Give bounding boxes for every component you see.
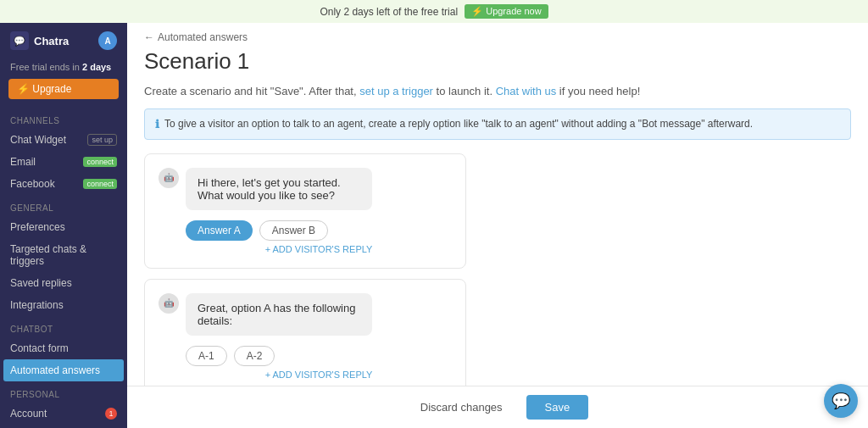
sidebar-item-saved-replies[interactable]: Saved replies: [0, 272, 127, 294]
logo: 💬 Chatra: [10, 31, 69, 50]
sidebar-item-preferences[interactable]: Preferences: [0, 216, 127, 238]
desc-text: Create a scenario and hit "Save". After …: [144, 85, 359, 97]
section-channels: CHANNELS: [0, 108, 127, 129]
sidebar-item-contact-form[interactable]: Contact form: [0, 337, 127, 359]
scenario-canvas: 🤖 Hi there, let's get you started. What …: [127, 153, 868, 386]
message-bubble-1: Hi there, let's get you started. What wo…: [186, 168, 372, 210]
badge-connect-email: connect: [83, 157, 117, 167]
banner-text: Only 2 days left of the free trial: [320, 6, 458, 18]
message-bubble-2: Great, option A has the following detail…: [186, 293, 372, 336]
message-node-2: 🤖 Great, option A has the following deta…: [159, 293, 452, 336]
info-icon: ℹ: [155, 118, 159, 131]
discard-button[interactable]: Discard changes: [407, 396, 516, 419]
chat-with-us-link[interactable]: Chat with us: [496, 85, 557, 97]
badge-connect-fb: connect: [83, 179, 117, 189]
sidebar-upgrade-button[interactable]: ⚡ Upgrade: [8, 79, 119, 99]
badge-setup: set up: [87, 134, 117, 146]
description: Create a scenario and hit "Save". After …: [127, 83, 868, 108]
avatar[interactable]: A: [98, 31, 117, 50]
section-chatbot: CHATBOT: [0, 316, 127, 337]
reply-buttons-2: A-1 A-2: [186, 346, 452, 366]
bot-avatar-1: 🤖: [159, 168, 179, 188]
sidebar-item-account[interactable]: Account 1: [0, 403, 127, 425]
trial-banner: Only 2 days left of the free trial ⚡ Upg…: [0, 0, 868, 23]
sidebar-item-notifications[interactable]: Notifications 1: [0, 425, 127, 428]
scenario-block-1: 🤖 Hi there, let's get you started. What …: [144, 153, 466, 269]
banner-upgrade-button[interactable]: ⚡ Upgrade now: [465, 4, 548, 19]
main-content: ← Automated answers Scenario 1 Create a …: [127, 23, 868, 428]
sidebar-item-email[interactable]: Email connect: [0, 151, 127, 173]
notification-account: 1: [105, 408, 117, 420]
logo-icon: 💬: [10, 31, 29, 50]
trial-text: Free trial ends in 2 days: [0, 58, 127, 79]
breadcrumb: ← Automated answers: [127, 23, 868, 48]
footer-bar: Discard changes Save: [127, 386, 868, 428]
reply-buttons-1: Answer A Answer B: [186, 220, 452, 241]
setup-trigger-link[interactable]: set up a trigger: [359, 85, 433, 97]
reply-btn-a2[interactable]: A-2: [234, 346, 275, 366]
sidebar-item-targeted-chats[interactable]: Targeted chats & triggers: [0, 238, 127, 272]
sidebar: 💬 Chatra A Free trial ends in 2 days ⚡ U…: [0, 23, 127, 428]
info-box: ℹ To give a visitor an option to talk to…: [144, 108, 851, 140]
section-general: GENERAL: [0, 195, 127, 216]
message-node-1: 🤖 Hi there, let's get you started. What …: [159, 168, 452, 210]
info-text: To give a visitor an option to talk to a…: [164, 118, 753, 131]
reply-btn-a1[interactable]: A-1: [186, 346, 227, 366]
reply-btn-a[interactable]: Answer A: [186, 220, 253, 241]
logo-text: Chatra: [34, 35, 69, 47]
page-title: Scenario 1: [127, 48, 868, 83]
section-personal: PERSONAL: [0, 381, 127, 403]
sidebar-item-integrations[interactable]: Integrations: [0, 294, 127, 316]
support-chat-bubble[interactable]: 💬: [824, 384, 858, 418]
breadcrumb-arrow: ←: [144, 31, 154, 43]
add-reply-link-1[interactable]: + ADD VISITOR'S REPLY: [186, 244, 452, 254]
sidebar-header: 💬 Chatra A: [0, 23, 127, 58]
bot-avatar-2: 🤖: [159, 293, 179, 314]
sidebar-item-automated-answers[interactable]: Automated answers: [3, 359, 124, 381]
scenario-block-2: 🤖 Great, option A has the following deta…: [144, 279, 466, 386]
add-reply-link-2[interactable]: + ADD VISITOR'S REPLY: [186, 370, 452, 380]
breadcrumb-text: Automated answers: [158, 31, 248, 43]
sidebar-item-chat-widget[interactable]: Chat Widget set up: [0, 129, 127, 151]
sidebar-item-facebook[interactable]: Facebook connect: [0, 173, 127, 195]
save-button[interactable]: Save: [526, 395, 589, 420]
reply-btn-b[interactable]: Answer B: [259, 220, 328, 241]
